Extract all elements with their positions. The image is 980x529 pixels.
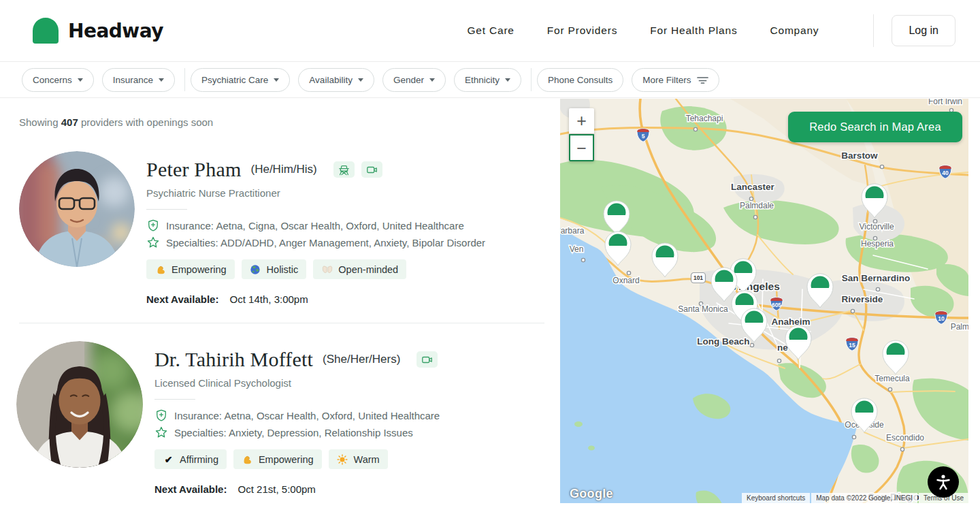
filter-gender-label: Gender bbox=[393, 75, 424, 85]
redo-search-button[interactable]: Redo Search in Map Area bbox=[788, 112, 962, 142]
town-dot bbox=[693, 127, 697, 131]
filter-psychiatric-care-label: Psychiatric Care bbox=[201, 75, 268, 85]
map-city-label: Anaheim bbox=[771, 317, 810, 327]
specialties-list: Anxiety, Depression, Relationship Issues bbox=[229, 427, 413, 438]
divider bbox=[146, 209, 187, 210]
filter-psychiatric-care[interactable]: Psychiatric Care bbox=[191, 68, 290, 92]
accessibility-button[interactable] bbox=[928, 466, 959, 498]
filter-group-divider bbox=[184, 68, 185, 91]
map-panel[interactable]: 5401016051015 Fort IrwinTehachapiBarstow… bbox=[560, 99, 968, 503]
specialties-row: Specialties: ADD/ADHD, Anger Management,… bbox=[146, 236, 485, 249]
trait-badge-empowering: Empowering bbox=[233, 449, 322, 469]
trait-badge-label: Holistic bbox=[267, 264, 299, 275]
map-city-label: Escondido bbox=[886, 433, 924, 443]
town-dot bbox=[777, 359, 781, 362]
filter-insurance[interactable]: Insurance bbox=[102, 68, 175, 92]
filter-phone-consults[interactable]: Phone Consults bbox=[537, 68, 623, 92]
svg-text:15: 15 bbox=[849, 342, 855, 349]
provider-pronouns: (He/Him/His) bbox=[250, 163, 316, 176]
filter-concerns[interactable]: Concerns bbox=[22, 68, 94, 92]
nav-company[interactable]: Company bbox=[770, 25, 819, 37]
login-button[interactable]: Log in bbox=[892, 15, 956, 46]
filter-gender[interactable]: Gender bbox=[382, 68, 446, 92]
top-navigation-bar: Headway Get Care For Providers For Healt… bbox=[0, 0, 980, 62]
insurance-row: Insurance: Aetna, Oscar Health, Oxford, … bbox=[154, 408, 440, 422]
specialties-label: Specialties: bbox=[166, 237, 218, 249]
headway-logo[interactable]: Headway bbox=[33, 18, 163, 44]
keyboard-shortcuts-link[interactable]: Keyboard shortcuts bbox=[742, 493, 810, 503]
trait-badge-label: Warm bbox=[354, 454, 380, 465]
provider-title: Licensed Clinical Psychologist bbox=[154, 377, 440, 389]
map-city-label: Lancaster bbox=[731, 182, 775, 192]
chevron-down-icon bbox=[274, 78, 279, 82]
town-dot bbox=[876, 287, 879, 291]
highway-shield: 101 bbox=[691, 273, 706, 283]
provider-name[interactable]: Dr. Tahirih Moffett bbox=[154, 348, 313, 371]
star-icon bbox=[154, 426, 168, 439]
next-available-row: Next Available: Oct 14th, 3:00pm bbox=[146, 293, 485, 305]
map-city-label: Hesperia bbox=[861, 239, 894, 249]
town-dot bbox=[852, 435, 855, 438]
chevron-down-icon bbox=[505, 78, 510, 82]
nav-for-health-plans[interactable]: For Health Plans bbox=[650, 25, 737, 37]
provider-title: Psychiatric Nurse Practitioner bbox=[146, 187, 485, 199]
in-person-session-icon bbox=[333, 161, 355, 178]
shield-plus-icon bbox=[146, 219, 160, 232]
provider-card[interactable]: Peter Pham (He/Him/His) bbox=[19, 151, 553, 305]
open-hands-emoji bbox=[321, 263, 333, 275]
headway-logo-icon bbox=[33, 18, 59, 44]
provider-card-body: Peter Pham (He/Him/His) bbox=[146, 151, 485, 305]
trait-badge-warm: Warm bbox=[329, 449, 388, 469]
flex-emoji bbox=[154, 263, 166, 275]
map-city-label: Fort Irwin bbox=[928, 99, 962, 106]
chevron-down-icon bbox=[159, 78, 164, 82]
map-canvas[interactable]: 5401016051015 Fort IrwinTehachapiBarstow… bbox=[560, 99, 968, 503]
provider-photo bbox=[19, 151, 135, 267]
map-zoom-out-button[interactable]: − bbox=[569, 134, 594, 161]
filter-ethnicity[interactable]: Ethnicity bbox=[454, 68, 521, 92]
nav-for-providers[interactable]: For Providers bbox=[547, 25, 617, 37]
session-type-icons bbox=[333, 161, 382, 178]
filter-phone-consults-label: Phone Consults bbox=[548, 75, 612, 85]
insurance-list: Aetna, Oscar Health, Oxford, United Heal… bbox=[224, 410, 440, 421]
provider-photo bbox=[16, 341, 143, 468]
map-data-attribution: Map data ©2022 Google, INEGI bbox=[811, 493, 917, 503]
map-city-label: Temecula bbox=[875, 374, 910, 383]
map-city-label: San Bernardino bbox=[842, 273, 911, 283]
chevron-down-icon bbox=[78, 78, 83, 82]
map-city-label: Riverside bbox=[842, 294, 883, 304]
results-count-number: 407 bbox=[61, 116, 78, 128]
main-nav: Get Care For Providers For Health Plans … bbox=[467, 14, 956, 47]
provider-card[interactable]: Dr. Tahirih Moffett (She/Her/Hers) Licen… bbox=[19, 341, 553, 495]
trait-badge-open-minded: Open-minded bbox=[313, 259, 406, 279]
town-dot bbox=[888, 387, 892, 391]
session-type-icons bbox=[416, 351, 438, 368]
insurance-list: Aetna, Cigna, Oscar Health, Oxford, Unit… bbox=[216, 220, 463, 231]
trait-badge-affirming: ✔ Affirming bbox=[154, 449, 227, 469]
trait-badge-label: Open-minded bbox=[338, 264, 398, 275]
provider-name[interactable]: Peter Pham bbox=[146, 158, 241, 181]
login-divider: Log in bbox=[873, 14, 956, 47]
trait-badges: Empowering Holistic Open-minded bbox=[146, 259, 485, 279]
card-divider bbox=[19, 323, 544, 323]
town-dot bbox=[749, 197, 753, 200]
filter-more-filters[interactable]: More Filters bbox=[632, 68, 719, 92]
results-count-suffix: providers with openings soon bbox=[78, 116, 213, 128]
map-zoom-in-button[interactable]: + bbox=[569, 108, 594, 133]
results-count-line: Showing 407 providers with openings soon bbox=[19, 116, 553, 128]
chevron-down-icon bbox=[358, 78, 363, 82]
map-city-label: Barstow bbox=[841, 150, 878, 161]
filter-ethnicity-label: Ethnicity bbox=[465, 75, 500, 85]
check-emoji: ✔ bbox=[163, 453, 174, 465]
map-city-label: Victorville bbox=[859, 222, 894, 231]
provider-pronouns: (She/Her/Hers) bbox=[323, 353, 400, 366]
map-city-label: Palm S bbox=[951, 322, 968, 332]
filter-bar: Concerns Insurance Psychiatric Care Avai… bbox=[0, 62, 980, 98]
filter-availability-label: Availability bbox=[309, 75, 353, 85]
trait-badges: ✔ Affirming Empowering Warm bbox=[154, 449, 440, 469]
town-dot bbox=[900, 447, 904, 451]
filter-availability[interactable]: Availability bbox=[298, 68, 374, 92]
video-session-icon bbox=[416, 351, 438, 368]
town-dot bbox=[627, 271, 630, 274]
nav-get-care[interactable]: Get Care bbox=[467, 25, 514, 37]
